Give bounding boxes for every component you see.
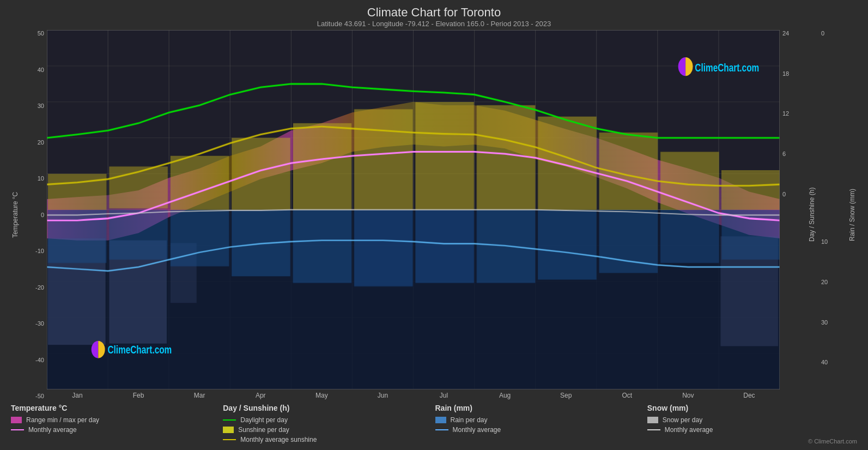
svg-text:ClimeChart.com: ClimeChart.com bbox=[107, 344, 172, 356]
y-label-sunshine: Day / Sunshine (h) bbox=[807, 30, 817, 399]
legend-swatch-snow bbox=[647, 417, 658, 423]
legend-swatch-temp-range bbox=[11, 417, 22, 423]
svg-rect-33 bbox=[48, 210, 107, 263]
legend-item-temp-avg: Monthly average bbox=[11, 426, 221, 434]
legend-col-snow: Snow (mm) Snow per day Monthly average ©… bbox=[647, 404, 857, 445]
svg-rect-46 bbox=[109, 166, 168, 208]
svg-rect-47 bbox=[171, 156, 229, 210]
legend-label-sunshine-avg: Monthly average sunshine bbox=[240, 436, 317, 443]
legend-item-rain: Rain per day bbox=[435, 416, 645, 424]
legend-item-sunshine: Sunshine per day bbox=[223, 426, 433, 434]
legend-line-temp-avg bbox=[11, 429, 24, 430]
legend-title-rain: Rain (mm) bbox=[435, 404, 645, 412]
month-feb: Feb bbox=[108, 392, 169, 399]
sub-title: Latitude 43.691 - Longitude -79.412 - El… bbox=[11, 20, 857, 28]
legend-col-temperature: Temperature °C Range min / max per day M… bbox=[11, 404, 221, 445]
chart-header: Climate Chart for Toronto Latitude 43.69… bbox=[11, 5, 857, 28]
legend-label-sunshine: Sunshine per day bbox=[238, 426, 289, 434]
svg-text:ClimeChart.com: ClimeChart.com bbox=[695, 62, 759, 74]
legend-label-daylight: Daylight per day bbox=[240, 416, 288, 424]
main-chart-svg: ClimeChart.com ClimeChart.com bbox=[47, 30, 780, 389]
month-aug: Aug bbox=[475, 392, 536, 399]
legend-col-sunshine: Day / Sunshine (h) Daylight per day Suns… bbox=[223, 404, 433, 445]
y-label-temperature: Temperature °C bbox=[11, 30, 20, 399]
y-axis-right-sunshine: 24 18 12 6 0 bbox=[780, 30, 807, 399]
svg-rect-52 bbox=[477, 105, 536, 210]
legend-title-sunshine: Day / Sunshine (h) bbox=[223, 404, 433, 412]
svg-rect-56 bbox=[721, 170, 780, 209]
legend-label-snow-avg: Monthly average bbox=[665, 426, 713, 434]
svg-rect-55 bbox=[660, 152, 719, 209]
legend-item-rain-avg: Monthly average bbox=[435, 426, 645, 434]
svg-rect-43 bbox=[660, 210, 719, 263]
svg-rect-48 bbox=[232, 138, 290, 210]
y-axis-right-rain: 0 10 20 30 40 bbox=[820, 30, 847, 399]
month-oct: Oct bbox=[597, 392, 658, 399]
svg-rect-45 bbox=[48, 174, 107, 210]
legend-label-temp-avg: Monthly average bbox=[28, 426, 77, 434]
legend-item-sunshine-avg: Monthly average sunshine bbox=[223, 436, 433, 443]
svg-rect-49 bbox=[293, 123, 352, 210]
legend-col-rain: Rain (mm) Rain per day Monthly average bbox=[435, 404, 645, 445]
legend-swatch-sunshine bbox=[223, 427, 234, 433]
legend-label-rain: Rain per day bbox=[451, 416, 488, 424]
svg-rect-41 bbox=[538, 210, 597, 280]
month-jun: Jun bbox=[352, 392, 413, 399]
legend-item-daylight: Daylight per day bbox=[223, 416, 433, 424]
main-title: Climate Chart for Toronto bbox=[11, 5, 857, 20]
legend-line-rain-avg bbox=[435, 429, 448, 430]
legend-line-sunshine-avg bbox=[223, 439, 236, 440]
svg-rect-51 bbox=[415, 102, 474, 210]
svg-rect-37 bbox=[293, 210, 352, 283]
svg-rect-44 bbox=[721, 210, 780, 260]
month-apr: Apr bbox=[230, 392, 291, 399]
month-dec: Dec bbox=[719, 392, 780, 399]
legend-title-temperature: Temperature °C bbox=[11, 404, 221, 412]
legend-label-rain-avg: Monthly average bbox=[453, 426, 501, 434]
legend-item-temp-range: Range min / max per day bbox=[11, 416, 221, 424]
svg-rect-38 bbox=[354, 210, 413, 286]
legend-line-daylight bbox=[223, 419, 236, 421]
chart-area: Temperature °C 50 40 30 20 10 0 -10 -20 … bbox=[11, 30, 857, 399]
svg-rect-50 bbox=[354, 109, 413, 209]
left-axis-wrapper: Temperature °C 50 40 30 20 10 0 -10 -20 … bbox=[11, 30, 47, 399]
copyright: © ClimeChart.com bbox=[647, 438, 857, 445]
legend-item-snow-avg: Monthly average bbox=[647, 426, 857, 434]
legend-area: Temperature °C Range min / max per day M… bbox=[11, 399, 857, 445]
legend-label-snow: Snow per day bbox=[663, 416, 702, 424]
y-label-rain: Rain / Snow (mm) bbox=[847, 30, 857, 399]
month-mar: Mar bbox=[169, 392, 230, 399]
y-axis-left: 50 40 30 20 10 0 -10 -20 -30 -40 -50 bbox=[20, 30, 47, 399]
page-container: Climate Chart for Toronto Latitude 43.69… bbox=[0, 0, 868, 450]
x-axis-labels: Jan Feb Mar Apr May Jun Jul Aug Sep Oct … bbox=[47, 389, 780, 399]
month-may: May bbox=[291, 392, 352, 399]
legend-title-snow: Snow (mm) bbox=[647, 404, 857, 412]
month-jul: Jul bbox=[413, 392, 474, 399]
legend-label-temp-range: Range min / max per day bbox=[26, 416, 99, 424]
legend-swatch-rain bbox=[435, 417, 446, 423]
legend-line-snow-avg bbox=[647, 429, 660, 430]
month-jan: Jan bbox=[47, 392, 108, 399]
month-nov: Nov bbox=[658, 392, 719, 399]
right-axes: 24 18 12 6 0 Day / Sunshine (h) 0 bbox=[780, 30, 857, 399]
month-sep: Sep bbox=[536, 392, 597, 399]
svg-rect-53 bbox=[538, 117, 597, 210]
legend-item-snow: Snow per day bbox=[647, 416, 857, 424]
chart-middle: ClimeChart.com ClimeChart.com Jan Feb Ma… bbox=[47, 30, 780, 399]
svg-rect-39 bbox=[415, 210, 474, 283]
